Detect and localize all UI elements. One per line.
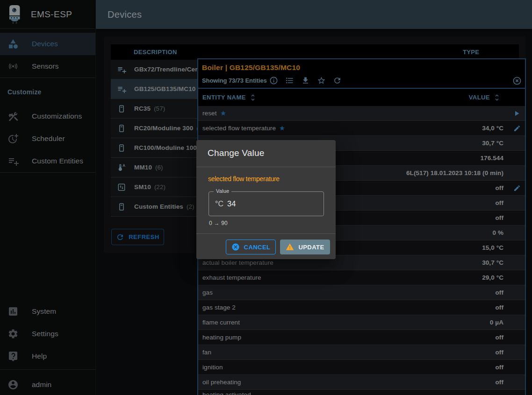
- value-input-text: 34: [227, 199, 236, 208]
- value-input[interactable]: Value °C 34: [208, 191, 324, 216]
- value-unit: °C: [215, 200, 223, 208]
- dialog-entity-label: selected flow temperature: [208, 175, 280, 183]
- value-input-label: Value: [214, 188, 231, 194]
- dialog-divider: [196, 167, 336, 167]
- ems-esp-app: EMS-ESP Devices Sensors Customize Custom…: [0, 0, 532, 395]
- cancel-button-label: CANCEL: [244, 244, 271, 251]
- value-range-hint: 0 → 90: [209, 220, 228, 226]
- dialog-title: Change Value: [208, 148, 264, 158]
- dialog-actions: CANCEL UPDATE: [226, 240, 330, 254]
- warning-icon: [286, 243, 298, 251]
- update-button[interactable]: UPDATE: [280, 240, 330, 254]
- cancel-button[interactable]: CANCEL: [226, 240, 276, 254]
- change-value-dialog: Change Value selected flow temperature V…: [196, 140, 336, 259]
- update-button-label: UPDATE: [298, 244, 324, 251]
- dialog-divider: [196, 233, 336, 234]
- cancel-filled-icon: [231, 243, 244, 251]
